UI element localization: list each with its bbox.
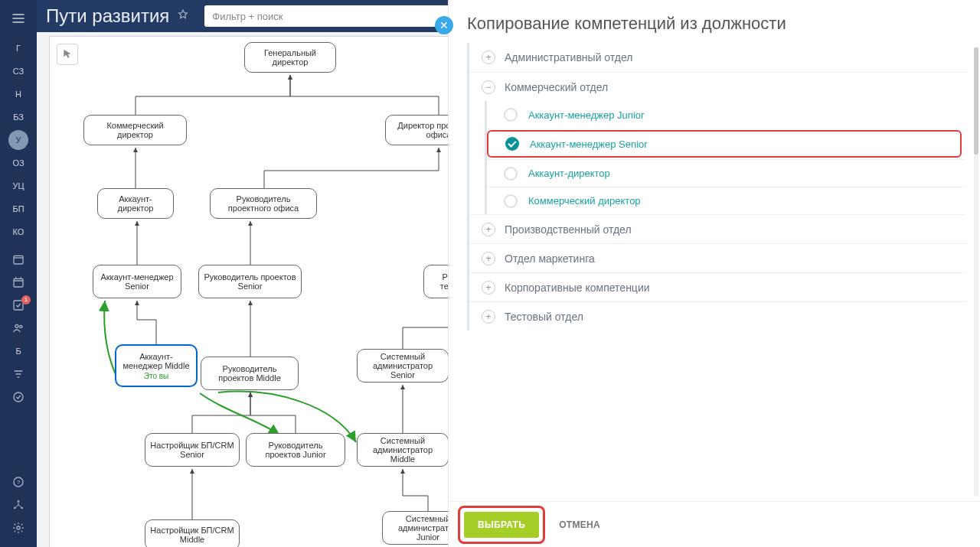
cancel-button[interactable]: ОТМЕНА xyxy=(559,519,600,530)
org-node-ams[interactable]: Аккаунт-менеджер Senior xyxy=(93,265,181,298)
dept-corp[interactable]: + Корпоративные компетенции xyxy=(469,272,966,301)
expand-icon: + xyxy=(482,223,495,236)
dept-admin[interactable]: + Административный отдел xyxy=(469,43,966,72)
close-icon: ✕ xyxy=(439,19,449,31)
dept-production[interactable]: + Производственный отдел xyxy=(469,214,966,243)
help-icon[interactable]: ? xyxy=(0,470,37,493)
panel-title: Копирование компетенций из должности xyxy=(449,0,980,43)
nav-item-2[interactable]: Н xyxy=(0,83,37,106)
nav-item-b[interactable]: Б xyxy=(0,340,37,363)
svg-text:?: ? xyxy=(17,479,21,486)
expand-icon: + xyxy=(482,50,495,64)
page-title: Пути развития xyxy=(46,5,169,27)
favorite-toggle[interactable] xyxy=(177,8,189,24)
nav-item-0[interactable]: Г xyxy=(0,37,37,60)
collapse-icon: − xyxy=(482,80,495,94)
nav-item-3[interactable]: БЗ xyxy=(0,106,37,129)
org-node-nbs[interactable]: Настройщик БП/CRM Senior xyxy=(145,433,240,467)
tasks-icon[interactable] xyxy=(0,294,37,317)
you-label: Это вы xyxy=(144,372,169,380)
filter-icon[interactable] xyxy=(0,363,37,386)
menu-toggle[interactable] xyxy=(0,0,37,37)
dept-test[interactable]: + Тестовый отдел xyxy=(469,301,966,330)
settings-icon[interactable] xyxy=(0,516,37,539)
org-node-accdir[interactable]: Аккаунт-директор xyxy=(97,188,174,219)
position-amj[interactable]: Аккаунт-менеджер Junior xyxy=(487,101,966,129)
svg-rect-2 xyxy=(14,301,23,310)
expand-icon: + xyxy=(482,252,495,265)
panel-body[interactable]: + Административный отдел − Коммерческий … xyxy=(449,43,980,501)
check-icon[interactable] xyxy=(0,386,37,409)
svg-point-4 xyxy=(20,325,22,327)
org-node-rpj[interactable]: Руководитель проектов Junior xyxy=(246,433,345,467)
svg-rect-1 xyxy=(14,278,23,287)
svg-point-5 xyxy=(14,392,23,402)
svg-point-8 xyxy=(18,500,20,503)
select-button-highlight: ВЫБРАТЬ xyxy=(458,506,545,544)
calendar-icon-2[interactable] xyxy=(0,271,37,294)
nav-item-7[interactable]: БП xyxy=(0,197,37,220)
pointer-tool[interactable] xyxy=(57,44,78,65)
cursor-icon xyxy=(61,48,74,60)
copy-competencies-panel: Копирование компетенций из должности + А… xyxy=(448,0,980,547)
radio-icon xyxy=(504,108,518,122)
nav-item-5[interactable]: ОЗ xyxy=(0,151,37,174)
position-accdir[interactable]: Аккаунт-директор xyxy=(487,159,966,187)
calendar-icon-1[interactable] xyxy=(0,248,37,271)
org-node-ceo[interactable]: Генеральный директор xyxy=(244,42,336,73)
radio-selected-icon xyxy=(505,137,519,151)
org-node-nbm[interactable]: Настройщик БП/CRM Middle xyxy=(145,519,240,547)
nav-item-4[interactable]: У xyxy=(8,130,28,150)
org-node-rpo[interactable]: Руководитель проектного офиса xyxy=(210,188,317,219)
scrollbar-thumb[interactable] xyxy=(974,47,978,155)
radio-icon xyxy=(504,194,518,208)
burger-icon xyxy=(11,11,26,26)
nav-item-8[interactable]: КО xyxy=(0,220,37,243)
org-node-amm[interactable]: Аккаунт-менеджер Middle Это вы xyxy=(115,344,198,387)
org-node-rps[interactable]: Руководитель проектов Senior xyxy=(198,265,302,298)
position-comdir[interactable]: Коммерческий директор xyxy=(487,187,966,214)
expand-icon: + xyxy=(482,281,495,295)
org-node-comdir[interactable]: Коммерческий директор xyxy=(83,115,187,145)
org-node-rpm[interactable]: Руководитель проектов Middle xyxy=(201,357,299,390)
svg-point-3 xyxy=(15,324,18,327)
close-panel-button[interactable]: ✕ xyxy=(435,16,453,34)
org-node-sam[interactable]: Системный администратор Middle xyxy=(357,433,449,467)
nav-item-1[interactable]: СЗ xyxy=(0,60,37,83)
nav-item-6[interactable]: УЦ xyxy=(0,174,37,197)
search-placeholder: Фильтр + поиск xyxy=(212,11,283,22)
people-icon[interactable] xyxy=(0,317,37,340)
left-nav: Г СЗ Н БЗ У ОЗ УЦ БП КО Б ? xyxy=(0,0,37,547)
dept-marketing[interactable]: + Отдел маркетинга xyxy=(469,243,966,272)
dept-commercial[interactable]: − Коммерческий отдел xyxy=(469,72,966,101)
org-node-sas[interactable]: Системный администратор Senior xyxy=(357,349,449,383)
svg-point-11 xyxy=(17,526,20,529)
panel-footer: ВЫБРАТЬ ОТМЕНА xyxy=(449,501,980,547)
select-button[interactable]: ВЫБРАТЬ xyxy=(464,512,539,538)
dept-commercial-children: Аккаунт-менеджер Junior Аккаунт-менеджер… xyxy=(485,101,966,214)
position-ams[interactable]: Аккаунт-менеджер Senior xyxy=(487,130,962,158)
svg-rect-0 xyxy=(14,256,23,264)
star-icon xyxy=(177,8,189,21)
org-icon[interactable] xyxy=(0,493,37,516)
expand-icon: + xyxy=(482,310,495,324)
radio-icon xyxy=(504,167,518,181)
